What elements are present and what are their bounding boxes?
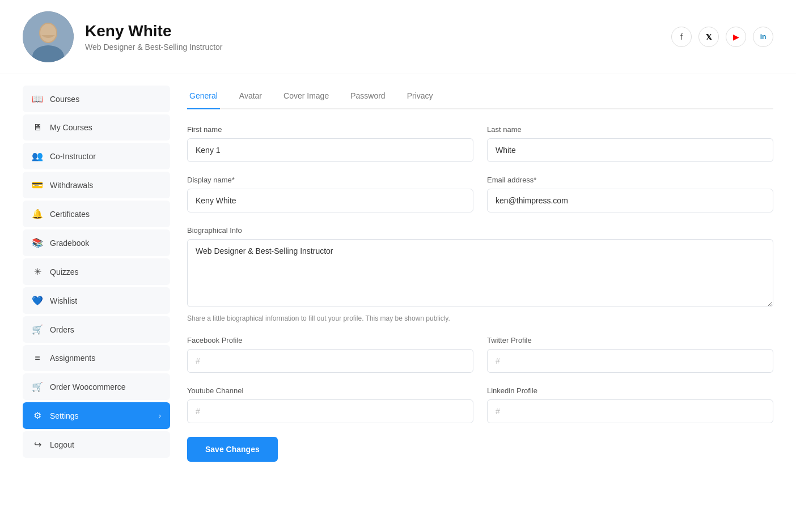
- last-name-label: Last name: [487, 125, 773, 134]
- header-info: Keny White Web Designer & Best-Selling I…: [85, 22, 223, 52]
- facebook-link[interactable]: f: [671, 27, 692, 47]
- sidebar-item-certificates[interactable]: 🔔 Certificates: [23, 201, 170, 227]
- sidebar-item-gradebook[interactable]: 📚 Gradebook: [23, 229, 170, 256]
- social-row-2: Youtube Channel Linkedin Profile: [187, 386, 773, 423]
- linkedin-link[interactable]: in: [753, 27, 773, 47]
- avatar: [23, 11, 74, 62]
- sidebar: 📖 Courses 🖥 My Courses 👥 Co-Instructor 💳…: [23, 86, 170, 462]
- first-name-input[interactable]: [187, 138, 473, 162]
- display-name-input[interactable]: [187, 189, 473, 212]
- linkedin-label: Linkedin Profile: [487, 386, 773, 395]
- social-row-1: Facebook Profile Twitter Profile: [187, 336, 773, 373]
- last-name-input[interactable]: [487, 138, 773, 162]
- assignments-icon: ≡: [32, 353, 43, 363]
- tab-cover-image[interactable]: Cover Image: [281, 86, 331, 109]
- youtube-link[interactable]: ▶: [726, 27, 746, 47]
- first-name-group: First name: [187, 125, 473, 162]
- sidebar-item-label: Assignments: [50, 354, 95, 363]
- sidebar-item-courses[interactable]: 📖 Courses: [23, 86, 170, 112]
- bio-label: Biographical Info: [187, 226, 773, 235]
- header-left: Keny White Web Designer & Best-Selling I…: [23, 11, 223, 62]
- facebook-group: Facebook Profile: [187, 336, 473, 373]
- sidebar-item-settings[interactable]: ⚙ Settings ›: [23, 402, 170, 429]
- settings-arrow: ›: [159, 412, 161, 420]
- sidebar-item-label: My Courses: [50, 123, 92, 132]
- main-layout: 📖 Courses 🖥 My Courses 👥 Co-Instructor 💳…: [0, 74, 796, 473]
- twitter-group: Twitter Profile: [487, 336, 773, 373]
- tab-privacy[interactable]: Privacy: [405, 86, 435, 109]
- facebook-icon: f: [680, 32, 683, 41]
- bio-group: Biographical Info Web Designer & Best-Se…: [187, 226, 773, 309]
- wishlist-icon: 💙: [32, 295, 43, 306]
- my-courses-icon: 🖥: [32, 122, 43, 133]
- sidebar-item-label: Order Woocommerce: [50, 382, 126, 391]
- sidebar-item-withdrawals[interactable]: 💳 Withdrawals: [23, 172, 170, 198]
- sidebar-item-order-woocommerce[interactable]: 🛒 Order Woocommerce: [23, 373, 170, 400]
- sidebar-item-label: Withdrawals: [50, 181, 93, 190]
- youtube-icon: ▶: [733, 32, 739, 41]
- sidebar-item-label: Courses: [50, 95, 79, 104]
- sidebar-item-logout[interactable]: ↪ Logout: [23, 431, 170, 458]
- sidebar-item-orders[interactable]: 🛒 Orders: [23, 316, 170, 343]
- general-form: First name Last name Display name* Email…: [187, 125, 773, 462]
- youtube-label: Youtube Channel: [187, 386, 473, 395]
- twitter-input[interactable]: [487, 349, 773, 373]
- tab-avatar[interactable]: Avatar: [237, 86, 264, 109]
- withdrawals-icon: 💳: [32, 180, 43, 190]
- twitter-link[interactable]: 𝕏: [698, 27, 719, 47]
- sidebar-item-label: Gradebook: [50, 239, 89, 248]
- linkedin-group: Linkedin Profile: [487, 386, 773, 423]
- email-label: Email address*: [487, 176, 773, 184]
- sidebar-item-label: Settings: [50, 411, 79, 420]
- avatar-image: [23, 11, 74, 62]
- user-name: Keny White: [85, 22, 223, 40]
- tab-password[interactable]: Password: [348, 86, 387, 109]
- logout-icon: ↪: [32, 439, 43, 450]
- display-name-group: Display name*: [187, 176, 473, 212]
- linkedin-icon: in: [760, 33, 767, 41]
- sidebar-item-assignments[interactable]: ≡ Assignments: [23, 345, 170, 371]
- co-instructor-icon: 👥: [32, 151, 43, 161]
- last-name-group: Last name: [487, 125, 773, 162]
- sidebar-item-label: Co-Instructor: [50, 152, 96, 161]
- settings-tabs: General Avatar Cover Image Password Priv…: [187, 86, 773, 109]
- social-links: f 𝕏 ▶ in: [671, 27, 773, 47]
- display-email-row: Display name* Email address*: [187, 176, 773, 212]
- user-subtitle: Web Designer & Best-Selling Instructor: [85, 42, 223, 52]
- sidebar-item-quizzes[interactable]: ✳ Quizzes: [23, 258, 170, 285]
- twitter-icon: 𝕏: [706, 33, 712, 41]
- page-header: Keny White Web Designer & Best-Selling I…: [0, 0, 796, 74]
- save-button[interactable]: Save Changes: [187, 437, 278, 462]
- courses-icon: 📖: [32, 93, 43, 104]
- youtube-input[interactable]: [187, 399, 473, 423]
- sidebar-item-wishlist[interactable]: 💙 Wishlist: [23, 287, 170, 314]
- settings-icon: ⚙: [32, 410, 43, 421]
- linkedin-input[interactable]: [487, 399, 773, 423]
- sidebar-item-label: Quizzes: [50, 267, 79, 276]
- sidebar-item-label: Wishlist: [50, 296, 77, 305]
- twitter-label: Twitter Profile: [487, 336, 773, 344]
- orders-icon: 🛒: [32, 324, 43, 335]
- facebook-input[interactable]: [187, 349, 473, 373]
- email-group: Email address*: [487, 176, 773, 212]
- bio-hint: Share a little biographical information …: [187, 314, 773, 322]
- quizzes-icon: ✳: [32, 266, 43, 277]
- certificates-icon: 🔔: [32, 208, 43, 219]
- display-name-label: Display name*: [187, 176, 473, 184]
- sidebar-item-label: Orders: [50, 325, 74, 334]
- gradebook-icon: 📚: [32, 237, 43, 248]
- bio-input[interactable]: Web Designer & Best-Selling Instructor: [187, 239, 773, 307]
- name-row: First name Last name: [187, 125, 773, 162]
- sidebar-item-my-courses[interactable]: 🖥 My Courses: [23, 114, 170, 141]
- youtube-group: Youtube Channel: [187, 386, 473, 423]
- sidebar-item-co-instructor[interactable]: 👥 Co-Instructor: [23, 143, 170, 169]
- sidebar-item-label: Certificates: [50, 210, 90, 219]
- sidebar-item-label: Logout: [50, 440, 74, 449]
- email-input[interactable]: [487, 189, 773, 212]
- facebook-label: Facebook Profile: [187, 336, 473, 344]
- tab-general[interactable]: General: [187, 86, 220, 109]
- main-content: General Avatar Cover Image Password Priv…: [187, 86, 773, 462]
- first-name-label: First name: [187, 125, 473, 134]
- order-woocommerce-icon: 🛒: [32, 381, 43, 392]
